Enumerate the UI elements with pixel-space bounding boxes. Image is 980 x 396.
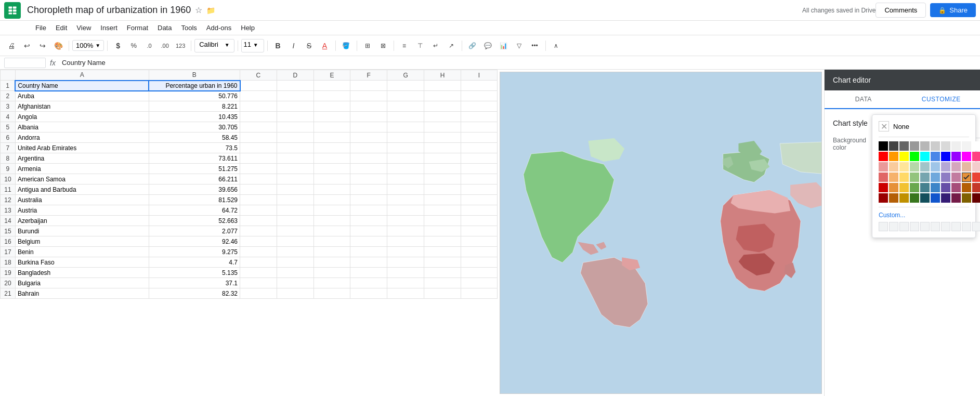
color-cell-r3-c7[interactable] [951, 173, 961, 182]
menu-format[interactable]: Format [123, 22, 152, 34]
cell-b3[interactable]: 8.221 [149, 101, 240, 112]
cell-g9[interactable] [387, 164, 424, 174]
custom-color-cell-3[interactable] [910, 222, 919, 231]
cell-c21[interactable] [240, 288, 277, 299]
table-row[interactable]: 14 Azerbaijan 52.663 [1, 216, 498, 226]
cell-b18[interactable]: 4.7 [149, 257, 240, 268]
cell-i19[interactable] [461, 268, 497, 278]
custom-color-cell-7[interactable] [951, 222, 961, 231]
col-header-f[interactable]: F [350, 70, 387, 81]
cell-b17[interactable]: 9.275 [149, 247, 240, 257]
cell-f20[interactable] [350, 278, 387, 288]
cell-i17[interactable] [461, 247, 497, 257]
cell-h1[interactable] [424, 81, 461, 91]
cell-b15[interactable]: 2.077 [149, 226, 240, 236]
table-row[interactable]: 3 Afghanistan 8.221 [1, 101, 498, 112]
cell-a15[interactable]: Burundi [15, 226, 149, 236]
cell-b8[interactable]: 73.611 [149, 153, 240, 164]
table-row[interactable]: 6 Andorra 58.45 [1, 133, 498, 143]
cell-e18[interactable] [313, 257, 350, 268]
table-row[interactable]: 10 American Samoa 66.211 [1, 174, 498, 184]
cell-g21[interactable] [387, 288, 424, 299]
cell-i20[interactable] [461, 278, 497, 288]
custom-color-cell-9[interactable] [972, 222, 980, 231]
cell-d11[interactable] [277, 184, 313, 195]
align-button[interactable]: ≡ [397, 38, 412, 53]
italic-button[interactable]: I [286, 38, 301, 53]
col-header-h[interactable]: H [424, 70, 461, 81]
decimal-less-button[interactable]: .0 [142, 38, 156, 53]
cell-i6[interactable] [461, 133, 497, 143]
col-header-c[interactable]: C [240, 70, 277, 81]
cell-i2[interactable] [461, 91, 497, 101]
cell-h20[interactable] [424, 278, 461, 288]
col-header-g[interactable]: G [387, 70, 424, 81]
color-cell-r2-c6[interactable] [941, 162, 950, 171]
filter-button[interactable]: ▽ [512, 38, 527, 53]
cell-g10[interactable] [387, 174, 424, 184]
text-wrap-button[interactable]: ↵ [428, 38, 443, 53]
col-header-d[interactable]: D [277, 70, 313, 81]
comments-button[interactable]: Comments [876, 3, 926, 18]
custom-color-cell-0[interactable] [879, 222, 888, 231]
cell-i10[interactable] [461, 174, 497, 184]
cell-f10[interactable] [350, 174, 387, 184]
table-row[interactable]: 8 Argentina 73.611 [1, 153, 498, 164]
color-cell-r4-c7[interactable] [951, 183, 961, 192]
table-row[interactable]: 15 Burundi 2.077 [1, 226, 498, 236]
custom-color-cell-4[interactable] [920, 222, 930, 231]
cell-g11[interactable] [387, 184, 424, 195]
cell-b13[interactable]: 64.72 [149, 205, 240, 216]
tab-customize[interactable]: CUSTOMIZE [903, 90, 981, 109]
cell-i13[interactable] [461, 205, 497, 216]
cell-a11[interactable]: Antigua and Barbuda [15, 184, 149, 195]
color-cell-r4-c5[interactable] [931, 183, 940, 192]
cell-i3[interactable] [461, 101, 497, 112]
color-cell-r2-c4[interactable] [920, 162, 930, 171]
cell-g15[interactable] [387, 226, 424, 236]
cell-h2[interactable] [424, 91, 461, 101]
cell-b7[interactable]: 73.5 [149, 143, 240, 153]
cell-a6[interactable]: Andorra [15, 133, 149, 143]
cell-h19[interactable] [424, 268, 461, 278]
cell-e15[interactable] [313, 226, 350, 236]
menu-view[interactable]: View [72, 22, 95, 34]
table-row[interactable]: 18 Burkina Faso 4.7 [1, 257, 498, 268]
color-cell-r3-c3[interactable] [910, 173, 919, 182]
color-cell-r1-c8[interactable] [962, 152, 971, 161]
cell-i7[interactable] [461, 143, 497, 153]
cell-i9[interactable] [461, 164, 497, 174]
cell-a12[interactable]: Australia [15, 195, 149, 205]
cell-b14[interactable]: 52.663 [149, 216, 240, 226]
more-button[interactable]: ••• [528, 38, 542, 53]
cell-c7[interactable] [240, 143, 277, 153]
redo-button[interactable]: ↪ [35, 38, 50, 53]
format-button[interactable]: 123 [173, 38, 188, 53]
table-row[interactable]: 7 United Arab Emirates 73.5 [1, 143, 498, 153]
cell-a7[interactable]: United Arab Emirates [15, 143, 149, 153]
color-cell-r3-c0[interactable] [879, 173, 888, 182]
cell-a10[interactable]: American Samoa [15, 174, 149, 184]
cell-g19[interactable] [387, 268, 424, 278]
color-cell-r0-c6[interactable] [941, 141, 950, 151]
custom-color-cell-2[interactable] [899, 222, 909, 231]
color-cell-r4-c0[interactable] [879, 183, 888, 192]
cell-c10[interactable] [240, 174, 277, 184]
menu-tools[interactable]: Tools [177, 22, 201, 34]
cell-g1[interactable] [387, 81, 424, 91]
cell-d10[interactable] [277, 174, 313, 184]
cell-c6[interactable] [240, 133, 277, 143]
menu-help[interactable]: Help [237, 22, 259, 34]
color-cell-r4-c3[interactable] [910, 183, 919, 192]
cell-e17[interactable] [313, 247, 350, 257]
color-cell-r5-c4[interactable] [920, 193, 930, 203]
color-cell-r5-c9[interactable] [972, 193, 980, 203]
font-color-button[interactable]: A [318, 38, 332, 53]
table-row[interactable]: 12 Australia 81.529 [1, 195, 498, 205]
cell-c5[interactable] [240, 122, 277, 133]
custom-label[interactable]: Custom... [879, 212, 969, 219]
cell-h6[interactable] [424, 133, 461, 143]
tab-data[interactable]: DATA [825, 90, 903, 108]
color-cell-r5-c0[interactable] [879, 193, 888, 203]
cell-d5[interactable] [277, 122, 313, 133]
